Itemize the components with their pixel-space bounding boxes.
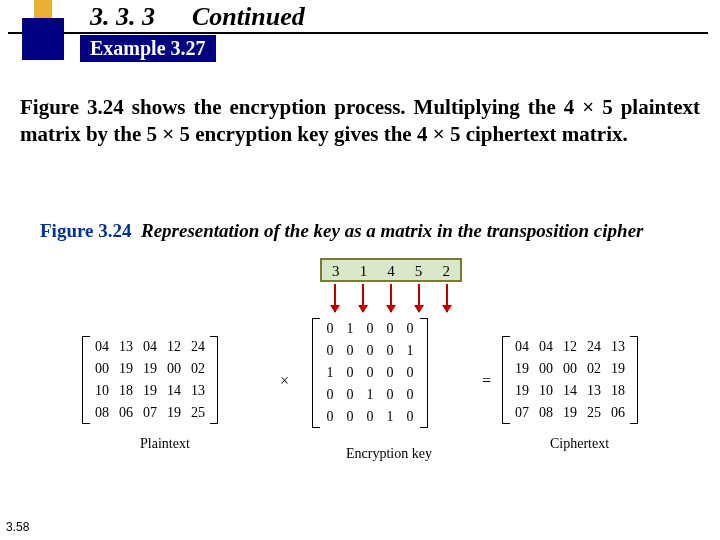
- matrix-cell: 18: [606, 380, 630, 402]
- matrix-cell: 13: [186, 380, 210, 402]
- matrix-cell: 13: [606, 336, 630, 358]
- key-row-box: 3 1 4 5 2: [320, 258, 462, 282]
- matrix-cell: 19: [606, 358, 630, 380]
- matrix-cell: 0: [340, 340, 360, 362]
- example-badge: Example 3.27: [80, 35, 216, 62]
- matrix-cell: 25: [582, 402, 606, 424]
- matrix-cell: 0: [360, 406, 380, 428]
- bracket-icon: [312, 318, 320, 428]
- matrix-cell: 1: [400, 340, 420, 362]
- matrix-cell: 1: [320, 362, 340, 384]
- matrix-cell: 02: [582, 358, 606, 380]
- bracket-icon: [82, 336, 90, 424]
- matrix-cell: 0: [400, 384, 420, 406]
- matrix-cell: 13: [582, 380, 606, 402]
- matrix-cell: 10: [534, 380, 558, 402]
- matrix-cell: 12: [558, 336, 582, 358]
- matrix-cell: 0: [340, 362, 360, 384]
- matrix-cell: 1: [340, 318, 360, 340]
- matrix-cell: 19: [138, 380, 162, 402]
- matrix-cell: 0: [320, 406, 340, 428]
- matrix-cell: 1: [360, 384, 380, 406]
- figure-caption: Figure 3.24 Representation of the key as…: [40, 220, 643, 242]
- plaintext-matrix: 0413041224 0019190002 1018191413 0806071…: [82, 336, 218, 424]
- matrix-cell: 04: [90, 336, 114, 358]
- matrix-cell: 07: [510, 402, 534, 424]
- matrix-cell: 04: [138, 336, 162, 358]
- matrix-cell: 1: [380, 406, 400, 428]
- matrix-cell: 0: [340, 384, 360, 406]
- matrix-cell: 0: [320, 384, 340, 406]
- matrix-cell: 08: [534, 402, 558, 424]
- key-cell: 5: [405, 260, 433, 280]
- bracket-icon: [502, 336, 510, 424]
- figure-diagram: 3 1 4 5 2 0413041224 0019190002 10181914…: [62, 258, 662, 488]
- matrix-cell: 02: [186, 358, 210, 380]
- body-paragraph: Figure 3.24 shows the encryption process…: [20, 94, 700, 149]
- arrow-icon: [390, 284, 392, 312]
- header-accent-blue: [22, 18, 64, 60]
- matrix-cell: 0: [380, 340, 400, 362]
- matrix-cell: 0: [320, 318, 340, 340]
- matrix-cell: 06: [114, 402, 138, 424]
- matrix-cell: 19: [138, 358, 162, 380]
- matrix-cell: 0: [400, 406, 420, 428]
- matrix-cell: 00: [162, 358, 186, 380]
- encryption-key-label: Encryption key: [346, 446, 432, 462]
- figure-title: Representation of the key as a matrix in…: [141, 220, 644, 241]
- arrow-icon: [362, 284, 364, 312]
- ciphertext-label: Ciphertext: [550, 436, 609, 452]
- matrix-cell: 13: [114, 336, 138, 358]
- slide-header: 3. 3. 3 Continued Example 3.27: [0, 0, 720, 62]
- matrix-cell: 00: [90, 358, 114, 380]
- matrix-cell: 0: [340, 406, 360, 428]
- matrix-cell: 18: [114, 380, 138, 402]
- matrix-cell: 14: [162, 380, 186, 402]
- matrix-cell: 00: [534, 358, 558, 380]
- matrix-cell: 0: [380, 318, 400, 340]
- key-cell: 1: [350, 260, 378, 280]
- matrix-cell: 0: [380, 362, 400, 384]
- bracket-icon: [210, 336, 218, 424]
- arrow-icon: [334, 284, 336, 312]
- matrix-cell: 19: [558, 402, 582, 424]
- matrix-cell: 0: [320, 340, 340, 362]
- continued-label: Continued: [192, 2, 305, 32]
- matrix-cell: 19: [510, 380, 534, 402]
- bracket-icon: [630, 336, 638, 424]
- encryption-key-matrix: 01000 00001 10000 00100 00010: [312, 318, 428, 428]
- matrix-cell: 07: [138, 402, 162, 424]
- key-cell: 3: [322, 260, 350, 280]
- figure-number: Figure 3.24: [40, 220, 131, 241]
- times-operator: ×: [280, 372, 289, 390]
- matrix-cell: 24: [582, 336, 606, 358]
- matrix-cell: 24: [186, 336, 210, 358]
- matrix-cell: 0: [360, 340, 380, 362]
- matrix-cell: 04: [510, 336, 534, 358]
- matrix-cell: 08: [90, 402, 114, 424]
- matrix-cell: 0: [360, 318, 380, 340]
- matrix-cell: 19: [162, 402, 186, 424]
- matrix-cell: 14: [558, 380, 582, 402]
- matrix-cell: 10: [90, 380, 114, 402]
- bracket-icon: [420, 318, 428, 428]
- matrix-cell: 0: [380, 384, 400, 406]
- page-number: 3.58: [6, 520, 29, 534]
- key-cell: 4: [377, 260, 405, 280]
- matrix-cell: 0: [400, 318, 420, 340]
- plaintext-label: Plaintext: [140, 436, 190, 452]
- matrix-cell: 06: [606, 402, 630, 424]
- matrix-cell: 00: [558, 358, 582, 380]
- matrix-cell: 04: [534, 336, 558, 358]
- matrix-cell: 19: [114, 358, 138, 380]
- matrix-cell: 25: [186, 402, 210, 424]
- ciphertext-matrix: 0404122413 1900000219 1910141318 0708192…: [502, 336, 638, 424]
- matrix-cell: 12: [162, 336, 186, 358]
- arrow-icon: [418, 284, 420, 312]
- section-number: 3. 3. 3: [90, 2, 155, 32]
- arrow-icon: [446, 284, 448, 312]
- matrix-cell: 0: [360, 362, 380, 384]
- matrix-cell: 0: [400, 362, 420, 384]
- matrix-cell: 19: [510, 358, 534, 380]
- key-cell: 2: [432, 260, 460, 280]
